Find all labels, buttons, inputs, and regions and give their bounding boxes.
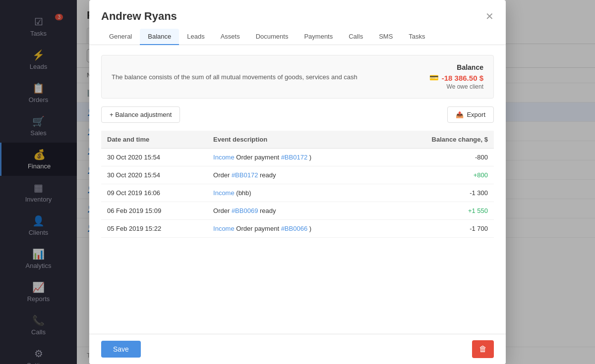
tab-assets[interactable]: Assets <box>213 29 248 45</box>
close-button[interactable]: ✕ <box>485 11 494 21</box>
balance-table: Date and time Event description Balance … <box>101 131 494 238</box>
modal-header: Andrew Ryans ✕ <box>89 0 506 23</box>
save-button[interactable]: Save <box>101 341 141 358</box>
row-date: 05 Feb 2019 15:22 <box>101 220 207 238</box>
income-link[interactable]: Income <box>213 225 235 232</box>
row-date: 30 Oct 2020 15:54 <box>101 166 207 184</box>
col-date: Date and time <box>101 131 207 149</box>
trash-icon: 🗑 <box>479 345 487 353</box>
row-balance-change: +800 <box>384 166 494 184</box>
order-link[interactable]: #BB0172 <box>281 154 308 161</box>
row-balance-change: -1 700 <box>384 220 494 238</box>
tab-general[interactable]: General <box>101 29 140 45</box>
balance-amount: 💳 -18 386.50 $ <box>429 73 483 82</box>
modal-overlay: Andrew Ryans ✕ General Balance Leads Ass… <box>0 0 595 364</box>
row-date: 30 Oct 2020 15:54 <box>101 149 207 166</box>
col-event: Event description <box>207 131 384 149</box>
modal-title: Andrew Ryans <box>101 10 177 23</box>
row-event: Income (bhb) <box>207 184 384 202</box>
tab-payments[interactable]: Payments <box>296 29 341 45</box>
balance-description: The balance consists of the sum of all m… <box>112 73 357 81</box>
table-row: 05 Feb 2019 15:22 Income Order payment #… <box>101 220 494 238</box>
row-balance-change: -800 <box>384 149 494 166</box>
row-balance-change: -1 300 <box>384 184 494 202</box>
tab-balance[interactable]: Balance <box>140 29 179 45</box>
action-bar: + Balance adjustment 📤 Export <box>101 106 494 123</box>
balance-label: Balance <box>429 63 483 71</box>
order-link[interactable]: #BB0172 <box>232 171 258 179</box>
balance-info-box: The balance consists of the sum of all m… <box>101 55 494 99</box>
row-event: Income Order payment #BB0172 ) <box>207 149 384 166</box>
export-icon: 📤 <box>456 111 464 118</box>
balance-summary: Balance 💳 -18 386.50 $ We owe client <box>429 63 483 90</box>
row-event: Order #BB0172 ready <box>207 166 384 184</box>
row-date: 06 Feb 2019 15:09 <box>101 202 207 220</box>
delete-button[interactable]: 🗑 <box>472 340 494 358</box>
tab-documents[interactable]: Documents <box>248 29 297 45</box>
table-row: 30 Oct 2020 15:54 Income Order payment #… <box>101 149 494 166</box>
balance-owe-text: We owe client <box>429 83 483 90</box>
table-row: 09 Oct 2019 16:06 Income (bhb) -1 300 <box>101 184 494 202</box>
table-row: 30 Oct 2020 15:54 Order #BB0172 ready +8… <box>101 166 494 184</box>
income-link[interactable]: Income <box>213 154 235 161</box>
tab-tasks[interactable]: Tasks <box>401 29 433 45</box>
row-balance-change: +1 550 <box>384 202 494 220</box>
col-balance: Balance change, $ <box>384 131 494 149</box>
modal-body: The balance consists of the sum of all m… <box>89 45 506 334</box>
row-event: Income Order payment #BB0066 ) <box>207 220 384 238</box>
tab-sms[interactable]: SMS <box>371 29 401 45</box>
export-button[interactable]: 📤 Export <box>447 106 494 123</box>
order-link[interactable]: #BB0069 <box>232 207 258 214</box>
wallet-icon: 💳 <box>429 73 439 82</box>
order-link[interactable]: #BB0066 <box>281 225 308 232</box>
modal-tabs: General Balance Leads Assets Documents P… <box>89 23 506 45</box>
row-event: Order #BB0069 ready <box>207 202 384 220</box>
modal-footer: Save 🗑 <box>89 334 506 364</box>
balance-adjustment-button[interactable]: + Balance adjustment <box>101 106 180 123</box>
income-link[interactable]: Income <box>213 189 235 197</box>
modal: Andrew Ryans ✕ General Balance Leads Ass… <box>89 0 506 364</box>
table-row: 06 Feb 2019 15:09 Order #BB0069 ready +1… <box>101 202 494 220</box>
row-date: 09 Oct 2019 16:06 <box>101 184 207 202</box>
tab-leads[interactable]: Leads <box>179 29 212 45</box>
tab-calls[interactable]: Calls <box>341 29 371 45</box>
